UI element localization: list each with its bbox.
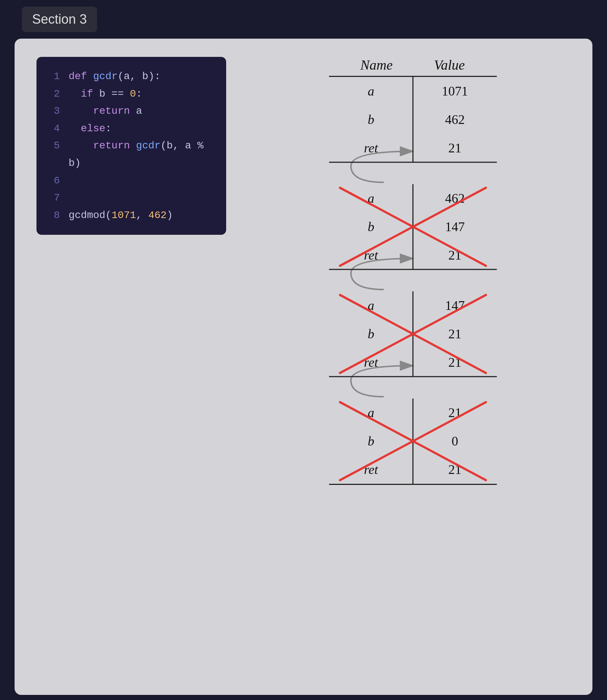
line-num-3: 3 (50, 102, 60, 120)
frame-3: a 21 b 0 ret 21 (329, 398, 497, 484)
line-num-5: 5 (50, 137, 60, 172)
cell-name-3-ret: ret (329, 462, 413, 477)
frame-row-2-ret: ret 21 (329, 348, 497, 377)
cell-name-0-b: b (329, 112, 413, 127)
cell-value-3-a: 21 (413, 405, 497, 420)
frame-row-2-b: b 21 (329, 320, 497, 348)
main-container: 1 def gcdr(a, b): 2 if b == 0: 3 return … (15, 39, 592, 695)
frame-row-1-ret: ret 21 (329, 241, 497, 269)
cell-name-0-a: a (329, 83, 413, 99)
frame-row-3-a: a 21 (329, 398, 497, 427)
frame-row-1-a: a 462 (329, 184, 497, 213)
code-line-8: 8 gcdmod(1071, 462) (50, 207, 213, 224)
line-num-6: 6 (50, 172, 60, 190)
frame-row-0-ret: ret 21 (329, 134, 497, 162)
cell-value-0-b: 462 (413, 112, 497, 127)
line-num-2: 2 (50, 85, 60, 103)
code-block: 1 def gcdr(a, b): 2 if b == 0: 3 return … (36, 57, 226, 235)
cell-value-2-ret: 21 (413, 355, 497, 370)
code-content-5: return gcdr(b, a % b) (69, 137, 213, 172)
frame-0: a 1071 b 462 ret 21 (329, 77, 497, 162)
code-content-2: if b == 0: (69, 85, 142, 103)
code-line-3: 3 return a (50, 102, 213, 120)
frame-2: a 147 b 21 ret 21 (329, 291, 497, 377)
table-header: Name Value (329, 57, 497, 73)
cell-value-3-ret: 21 (413, 462, 497, 477)
line-num-7: 7 (50, 189, 60, 207)
cell-value-1-a: 462 (413, 191, 497, 206)
frame-row-2-a: a 147 (329, 291, 497, 320)
code-content-6 (69, 172, 75, 190)
code-line-1: 1 def gcdr(a, b): (50, 68, 213, 85)
code-content-1: def gcdr(a, b): (69, 68, 161, 85)
connector-2-3 (329, 377, 497, 398)
code-content-4: else: (69, 120, 112, 137)
cell-name-2-b: b (329, 326, 413, 342)
code-content-3: return a (69, 102, 142, 120)
code-line-2: 2 if b == 0: (50, 85, 213, 103)
code-line-4: 4 else: (50, 120, 213, 137)
cell-name-2-a: a (329, 298, 413, 313)
cell-name-1-ret: ret (329, 248, 413, 263)
line-num-4: 4 (50, 120, 60, 137)
code-line-7: 7 (50, 189, 213, 207)
frame-1: a 462 b 147 ret 21 (329, 184, 497, 269)
cell-value-0-ret: 21 (413, 140, 497, 156)
code-content-7 (69, 189, 75, 207)
frame-row-0-a: a 1071 (329, 77, 497, 105)
frame-row-3-b: b 0 (329, 427, 497, 455)
cell-name-0-ret: ret (329, 140, 413, 156)
cell-value-2-a: 147 (413, 298, 497, 313)
code-line-5: 5 return gcdr(b, a % b) (50, 137, 213, 172)
cell-value-2-b: 21 (413, 326, 497, 342)
cell-value-3-b: 0 (413, 433, 497, 449)
cell-value-1-ret: 21 (413, 248, 497, 263)
line-num-1: 1 (50, 68, 60, 85)
cell-name-1-b: b (329, 219, 413, 234)
cell-value-0-a: 1071 (413, 83, 497, 99)
connector-0-1 (329, 162, 497, 184)
frames-wrapper: a 1071 b 462 ret 21 (329, 77, 497, 485)
cell-value-1-b: 147 (413, 219, 497, 234)
cell-name-2-ret: ret (329, 355, 413, 370)
frame-row-1-b: b 147 (329, 213, 497, 241)
frame-divider-bottom (329, 484, 497, 485)
section-label: Section 3 (22, 7, 97, 32)
frame-row-0-b: b 462 (329, 105, 497, 134)
col-value-header: Value (413, 57, 486, 73)
cell-name-1-a: a (329, 191, 413, 206)
cell-name-3-a: a (329, 405, 413, 420)
code-content-8: gcdmod(1071, 462) (69, 207, 173, 224)
cell-name-3-b: b (329, 433, 413, 449)
frame-row-3-ret: ret 21 (329, 455, 497, 484)
trace-area: Name Value a 1071 b 462 ret 21 (255, 57, 571, 485)
code-line-6: 6 (50, 172, 213, 190)
line-num-8: 8 (50, 207, 60, 224)
connector-1-2 (329, 269, 497, 291)
col-name-header: Name (340, 57, 413, 73)
